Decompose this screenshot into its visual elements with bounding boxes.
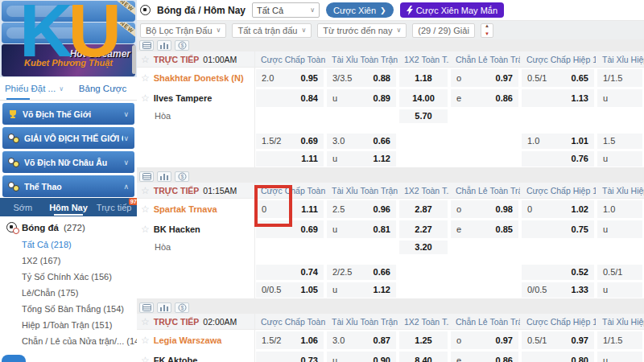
display-mode-button[interactable] xyxy=(139,40,154,51)
odds-cell[interactable]: 0.5/10.65 xyxy=(522,69,594,87)
odds-cell[interactable]: 0.84 xyxy=(256,89,324,107)
odds-cell[interactable]: 14.00 xyxy=(399,89,448,107)
sidebar-league-0[interactable]: Võ Địch Thế Giới∨ xyxy=(2,103,134,125)
odds-cell[interactable]: u1.12 xyxy=(327,151,396,167)
odds-cell[interactable]: 3.00.66 xyxy=(327,134,396,149)
odds-cell[interactable]: 3/3.50.88 xyxy=(327,69,396,87)
favorite-star-icon[interactable]: ☆ xyxy=(141,224,150,235)
odds-cell[interactable]: u0.90 xyxy=(327,352,396,362)
odds-cell[interactable]: 0.73 xyxy=(256,352,324,362)
favorite-star-icon[interactable]: ☆ xyxy=(141,355,150,362)
odds-cell[interactable]: 0.74 xyxy=(256,265,324,280)
promo-banner[interactable]: NEW NEW Hot Streamer KU Kubet Phương Thu… xyxy=(0,0,137,77)
odds-cell[interactable]: 1.0 xyxy=(597,200,642,218)
refresh-cashback-button[interactable]: $ xyxy=(175,302,189,313)
odds-cell[interactable]: 0.5/1 xyxy=(597,265,642,280)
favorite-star-icon[interactable]: ☆ xyxy=(141,72,150,84)
odds-cell[interactable]: 0.80 xyxy=(522,352,594,362)
lucky-parlay-button[interactable]: Cược Xiên May Mắn xyxy=(400,2,504,18)
odds-cell[interactable]: u xyxy=(597,352,642,362)
favorite-star-icon[interactable]: ☆ xyxy=(141,316,150,327)
market-item-6[interactable]: Chẵn / Lẻ của Nửa trận/... (145) xyxy=(0,333,137,349)
odds-cell[interactable]: 1.11 xyxy=(256,151,324,167)
tab-bet-slip[interactable]: Phiếu Đặt ... ∨ xyxy=(0,77,68,100)
stats-button[interactable] xyxy=(157,302,171,313)
tab-bet-board[interactable]: Bảng Cược xyxy=(68,77,137,100)
market-select[interactable]: Tất Cả ∨ xyxy=(252,2,320,18)
odds-cell[interactable]: e0.86 xyxy=(451,352,518,362)
market-item-1[interactable]: 1X2 (167) xyxy=(0,253,137,269)
odds-cell[interactable]: 2.00.95 xyxy=(256,69,324,87)
market-item-4[interactable]: Tổng Số Bàn Thắng (154) xyxy=(0,301,137,317)
market-item-3[interactable]: Lẻ/Chẵn (175) xyxy=(0,285,137,301)
refresh-cashback-button[interactable]: $ xyxy=(175,171,189,182)
tab-hôm-nay[interactable]: Hôm Nay xyxy=(46,198,92,216)
odds-cell[interactable]: 1/1.5 xyxy=(597,69,642,87)
tab-sớm[interactable]: Sớm xyxy=(0,198,46,216)
odds-cell[interactable]: u xyxy=(597,151,642,167)
favorite-star-icon[interactable]: ☆ xyxy=(141,54,150,65)
team-name[interactable]: BK Hacken xyxy=(154,224,200,234)
sidebar-league-1[interactable]: GIẢI VÔ ĐỊCH THẾ GIỚI C...∨ xyxy=(2,127,134,149)
favorite-star-icon[interactable]: ☆ xyxy=(141,185,150,196)
odds-cell[interactable]: 1.13 xyxy=(522,89,594,107)
odds-cell[interactable]: 1.18 xyxy=(399,69,448,87)
team-name[interactable]: Spartak Trnava xyxy=(154,204,217,214)
odds-cell[interactable]: 0.69 xyxy=(256,220,324,238)
odds-cell[interactable]: 0.52 xyxy=(522,265,594,280)
odds-cell[interactable]: u xyxy=(597,282,642,298)
odds-cell[interactable]: 2.27 xyxy=(399,220,448,238)
odds-cell[interactable]: 0.5/10.97 xyxy=(522,331,594,349)
stats-button[interactable] xyxy=(157,40,171,51)
favorite-star-icon[interactable]: ☆ xyxy=(141,335,150,346)
refresh-cashback-button[interactable]: $ xyxy=(175,40,189,51)
odds-cell[interactable]: 3.00.87 xyxy=(327,331,396,349)
odds-cell[interactable]: u1.12 xyxy=(327,282,396,298)
team-name[interactable]: Legia Warszawa xyxy=(154,335,222,345)
match-filter-dropdown[interactable]: Bộ Lọc Trận Đấu∨ xyxy=(140,23,226,38)
team-name[interactable]: Ilves Tampere xyxy=(154,93,213,103)
time-range-dropdown[interactable]: Từ trước đến nay∨ xyxy=(317,23,407,38)
odds-cell[interactable]: 01.11 xyxy=(256,200,324,218)
odds-cell[interactable]: u xyxy=(597,89,642,107)
market-item-5[interactable]: Hiệp 1/Toàn Trận (151) xyxy=(0,317,137,333)
market-item-0[interactable]: Tất Cả (218) xyxy=(0,237,137,253)
odds-cell[interactable]: 0.76 xyxy=(522,151,594,167)
display-mode-button[interactable] xyxy=(139,171,154,182)
odds-cell[interactable]: o0.97 xyxy=(451,69,518,87)
sidebar-scrollbar[interactable] xyxy=(132,45,136,74)
sidebar-league-2[interactable]: Võ Địch Nữ Châu Âu∨ xyxy=(2,151,134,173)
odds-cell[interactable]: e0.85 xyxy=(451,220,518,238)
odds-cell[interactable]: 2/2.50.66 xyxy=(327,265,396,280)
favorite-star-icon[interactable]: ☆ xyxy=(141,93,150,104)
stats-button[interactable] xyxy=(157,171,171,182)
odds-cell[interactable]: 8.40 xyxy=(399,352,448,362)
odds-cell[interactable]: u0.81 xyxy=(327,220,396,238)
team-name[interactable]: Shakhtar Donetsk (N) xyxy=(154,73,244,83)
odds-cell[interactable]: 1.01.01 xyxy=(522,134,594,149)
sidebar-item-football[interactable]: Bóng đá (272) xyxy=(0,216,137,237)
odds-cell[interactable]: o0.97 xyxy=(451,331,518,349)
odds-cell[interactable]: u xyxy=(597,220,642,238)
odds-cell[interactable]: 1/1.5 xyxy=(597,331,642,349)
odds-cell[interactable]: 3.20 xyxy=(399,241,448,254)
odds-cell[interactable]: e0.86 xyxy=(451,89,518,107)
odds-cell[interactable]: 2.87 xyxy=(399,200,448,218)
odds-cell[interactable]: u0.89 xyxy=(327,89,396,107)
odds-cell[interactable]: 2.50.96 xyxy=(327,200,396,218)
team-name[interactable]: FK Aktobe xyxy=(154,356,198,362)
market-item-2[interactable]: Tỷ Số Chính Xác (156) xyxy=(0,269,137,285)
odds-cell[interactable]: 01.02 xyxy=(522,200,594,218)
odds-cell[interactable]: 1.25 xyxy=(399,331,448,349)
odds-cell[interactable]: 0/0.51.33 xyxy=(522,282,594,298)
sidebar-league-3[interactable]: Thể Thao∧ xyxy=(2,175,134,197)
odds-cell[interactable]: 1.5/21.06 xyxy=(256,331,324,349)
favorite-star-icon[interactable]: ☆ xyxy=(141,204,150,215)
odds-cell[interactable]: 1.5/20.69 xyxy=(256,134,324,149)
all-matches-dropdown[interactable]: Tất cả trận đấu∨ xyxy=(232,23,312,38)
tab-trực-tiếp[interactable]: Trực tiếp97 xyxy=(91,198,137,216)
odds-cell[interactable]: o0.98 xyxy=(451,200,518,218)
odds-cell[interactable]: 1.5 xyxy=(597,134,642,149)
bottom-button-partial[interactable] xyxy=(2,355,26,362)
sort-button[interactable]: ▲▼ xyxy=(481,23,493,38)
